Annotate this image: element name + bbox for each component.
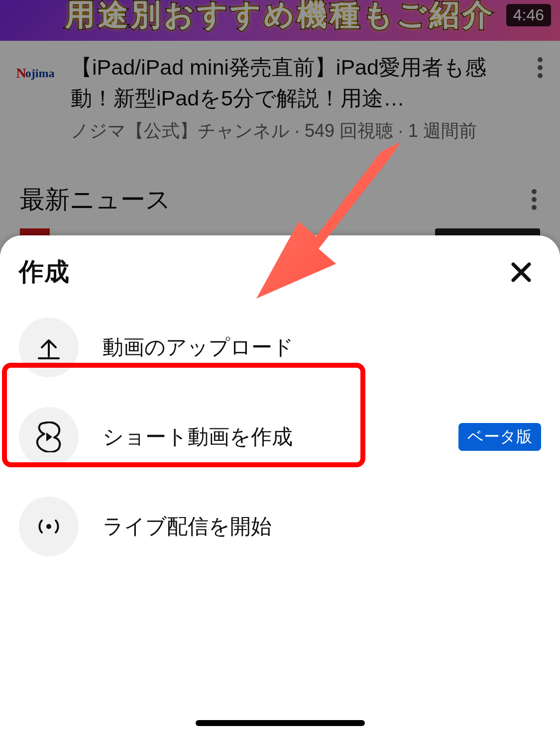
svg-point-4 <box>532 197 537 202</box>
svg-point-7 <box>46 524 51 529</box>
upload-video-item[interactable]: 動画のアップロード <box>15 303 545 392</box>
thumbnail-overlay-text: 用途別おすすめ機種もご紹介 <box>65 0 495 35</box>
close-icon <box>509 260 533 284</box>
channel-avatar[interactable]: Nojima <box>14 52 57 95</box>
create-bottom-sheet: 作成 動画のアップロード <box>0 235 560 735</box>
shorts-icon <box>19 407 79 467</box>
create-short-item[interactable]: ショート動画を作成 ベータ版 <box>15 392 545 482</box>
section-more-button[interactable] <box>528 184 540 215</box>
upload-video-label: 動画のアップロード <box>103 333 541 361</box>
beta-badge: ベータ版 <box>458 423 541 451</box>
start-live-label: ライブ配信を開始 <box>103 513 541 540</box>
video-thumbnail[interactable]: 用途別おすすめ機種もご紹介 4:46 <box>0 0 560 41</box>
video-info-row[interactable]: Nojima 【iPad/iPad mini発売直前】iPad愛用者も感動！新型… <box>0 41 560 143</box>
svg-point-3 <box>532 189 537 194</box>
home-indicator <box>196 720 365 726</box>
create-short-label: ショート動画を作成 <box>103 423 435 451</box>
svg-point-5 <box>532 205 537 210</box>
video-subtitle: ノジマ【公式】チャンネル · 549 回視聴 · 1 週間前 <box>71 119 520 143</box>
live-icon <box>19 497 79 556</box>
section-header: 最新ニュース <box>0 163 560 228</box>
section-title: 最新ニュース <box>20 183 171 216</box>
upload-icon <box>19 317 79 377</box>
video-more-button[interactable] <box>534 52 546 84</box>
svg-point-1 <box>538 65 543 70</box>
video-title: 【iPad/iPad mini発売直前】iPad愛用者も感動！新型iPadを5分… <box>71 52 520 114</box>
start-live-item[interactable]: ライブ配信を開始 <box>15 482 545 571</box>
sheet-title: 作成 <box>19 255 70 289</box>
svg-point-2 <box>538 73 543 78</box>
video-duration-badge: 4:46 <box>506 4 551 26</box>
vertical-dots-icon <box>537 57 543 79</box>
close-button[interactable] <box>505 256 537 288</box>
vertical-dots-icon <box>531 189 537 210</box>
svg-point-0 <box>538 57 543 62</box>
